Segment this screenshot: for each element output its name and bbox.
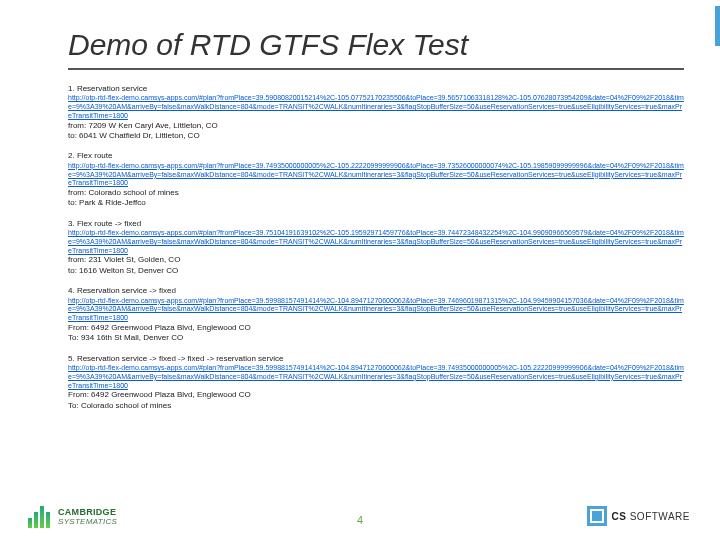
section-label: 3. Flex route -> fixed — [68, 219, 684, 229]
section-label: 2. Flex route — [68, 151, 684, 161]
section-2: 2. Flex route http://otp-rtd-flex-demo.c… — [68, 151, 684, 208]
section-to: to: 6041 W Chatfield Dr, Littleton, CO — [68, 131, 684, 141]
section-url[interactable]: http://otp-rtd-flex-demo.camsys-apps.com… — [68, 229, 684, 255]
logo-right-brand: CS — [612, 511, 627, 522]
square-icon — [587, 506, 607, 526]
section-1: 1. Reservation service http://otp-rtd-fl… — [68, 84, 684, 141]
section-to: To: 934 16th St Mall, Denver CO — [68, 333, 684, 343]
logo-left-text: CAMBRIDGE SYSTEMATICS — [58, 508, 117, 527]
section-label: 4. Reservation service -> fixed — [68, 286, 684, 296]
slide-title: Demo of RTD GTFS Flex Test — [68, 28, 684, 70]
section-from: from: Colorado school of mines — [68, 188, 684, 198]
section-label: 5. Reservation service -> fixed -> fixed… — [68, 354, 684, 364]
page-number: 4 — [357, 514, 363, 526]
section-from: From: 6492 Greenwood Plaza Blvd, Englewo… — [68, 390, 684, 400]
logo-left-line1: CAMBRIDGE — [58, 507, 116, 517]
section-url[interactable]: http://otp-rtd-flex-demo.camsys-apps.com… — [68, 162, 684, 188]
logo-right-text: CS SOFTWARE — [612, 511, 690, 522]
logo-cs-software: CS SOFTWARE — [587, 506, 690, 526]
section-to: To: Colorado school of mines — [68, 401, 684, 411]
logo-left-line2: SYSTEMATICS — [58, 517, 117, 526]
section-from: From: 6492 Greenwood Plaza Blvd, Englewo… — [68, 323, 684, 333]
logo-right-word: SOFTWARE — [630, 511, 690, 522]
section-url[interactable]: http://otp-rtd-flex-demo.camsys-apps.com… — [68, 297, 684, 323]
section-from: from: 231 Violet St, Golden, CO — [68, 255, 684, 265]
section-5: 5. Reservation service -> fixed -> fixed… — [68, 354, 684, 411]
bars-icon — [28, 506, 52, 528]
section-label: 1. Reservation service — [68, 84, 684, 94]
logo-cambridge-systematics: CAMBRIDGE SYSTEMATICS — [28, 506, 117, 528]
section-from: from: 7209 W Ken Caryl Ave, Littleton, C… — [68, 121, 684, 131]
slide: Demo of RTD GTFS Flex Test 1. Reservatio… — [0, 0, 720, 540]
section-url[interactable]: http://otp-rtd-flex-demo.camsys-apps.com… — [68, 94, 684, 120]
section-to: to: Park & Ride-Jeffco — [68, 198, 684, 208]
section-to: to: 1616 Welton St, Denver CO — [68, 266, 684, 276]
accent-bar — [715, 6, 720, 46]
section-url[interactable]: http://otp-rtd-flex-demo.camsys-apps.com… — [68, 364, 684, 390]
section-4: 4. Reservation service -> fixed http://o… — [68, 286, 684, 343]
section-3: 3. Flex route -> fixed http://otp-rtd-fl… — [68, 219, 684, 276]
